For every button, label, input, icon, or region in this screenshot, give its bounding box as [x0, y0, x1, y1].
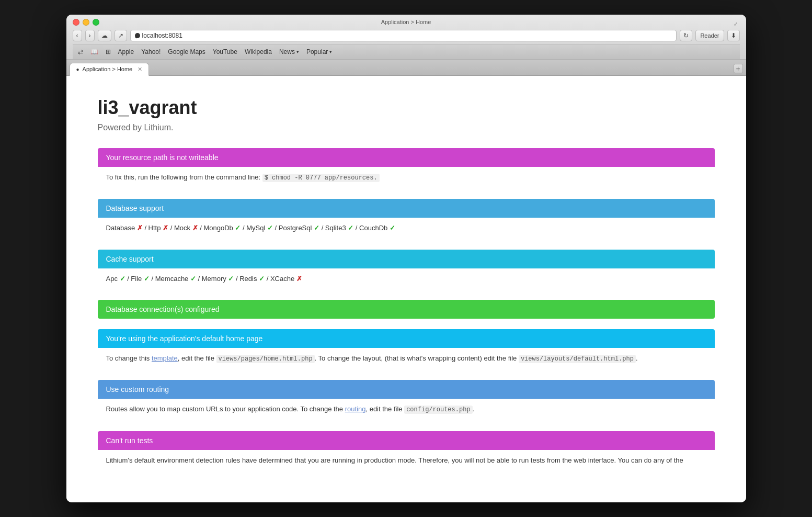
- default-home-header: You're using the application's default h…: [98, 329, 715, 348]
- address-bar[interactable]: ● localhost:8081: [130, 30, 677, 41]
- db-mysql-status: ✓: [267, 224, 273, 232]
- default-home-section: You're using the application's default h…: [98, 329, 715, 369]
- favicon-icon: ●: [135, 33, 140, 38]
- cache-support-section: Cache support Apc ✓ / File ✓ / Memcache …: [98, 250, 715, 290]
- close-button[interactable]: [73, 19, 79, 26]
- database-support-section: Database support Database ✗ / Http ✗ / M…: [98, 199, 715, 239]
- routes-file-code: config/routes.php: [404, 406, 472, 414]
- default-home-body: To change this template, edit the file v…: [98, 348, 715, 369]
- cache-support-header: Cache support: [98, 250, 715, 268]
- db-couchdb-status: ✓: [390, 224, 395, 232]
- cache-apc-status: ✓: [120, 275, 125, 283]
- tab-close[interactable]: ✕: [138, 66, 142, 73]
- refresh-button[interactable]: ↻: [680, 30, 692, 41]
- bookmark-reading-list[interactable]: 📖: [87, 47, 101, 57]
- cache-support-body: Apc ✓ / File ✓ / Memcache ✓ / Memory ✓ /…: [98, 268, 715, 290]
- db-connection-header: Database connection(s) configured: [98, 300, 715, 319]
- tab-favicon: ●: [76, 66, 79, 72]
- window-title: Application > Home: [381, 19, 431, 25]
- maximize-button[interactable]: [93, 19, 99, 26]
- cloud-button[interactable]: ☁: [98, 30, 111, 41]
- browser-window: Application > Home ⤢ ‹ › ☁ ↗ ● localhost…: [66, 15, 746, 503]
- resource-path-code: $ chmod -R 0777 app/resources.: [262, 174, 380, 182]
- cache-memory-status: ✓: [228, 275, 234, 283]
- cache-xcache-status: ✗: [296, 275, 302, 283]
- address-text: localhost:8081: [142, 32, 182, 39]
- bookmarks-bar: ⇄ 📖 ⊞ Apple Yahoo! Google Maps YouTube W…: [73, 44, 740, 59]
- resource-path-section: Your resource path is not writeable To f…: [98, 148, 715, 188]
- cant-run-tests-header: Can't run tests: [98, 431, 715, 450]
- page-subtitle: Powered by Lithium.: [98, 123, 715, 132]
- bookmark-yahoo[interactable]: Yahoo!: [138, 47, 164, 57]
- db-database-status: ✗: [137, 224, 143, 232]
- new-tab-button[interactable]: +: [734, 64, 743, 73]
- forward-button[interactable]: ›: [85, 30, 95, 41]
- bookmark-grid[interactable]: ⊞: [102, 47, 114, 57]
- db-mock-status: ✗: [192, 224, 198, 232]
- layout-file-code: views/layouts/default.html.php: [519, 355, 636, 363]
- bookmark-back-forward[interactable]: ⇄: [75, 47, 86, 57]
- cache-redis-status: ✓: [259, 275, 265, 283]
- bookmark-wikipedia[interactable]: Wikipedia: [242, 47, 275, 57]
- custom-routing-section: Use custom routing Routes allow you to m…: [98, 380, 715, 420]
- database-support-body: Database ✗ / Http ✗ / Mock ✗ / MongoDb ✓…: [98, 218, 715, 239]
- active-tab[interactable]: ● Application > Home ✕: [70, 63, 150, 76]
- resize-handle[interactable]: ⤢: [734, 21, 738, 27]
- minimize-button[interactable]: [83, 19, 89, 26]
- bookmark-youtube[interactable]: YouTube: [210, 47, 241, 57]
- navigation-bar: ‹ › ☁ ↗ ● localhost:8081 ↻ Reader ⬇: [73, 30, 740, 41]
- title-bar: Application > Home ⤢ ‹ › ☁ ↗ ● localhost…: [66, 15, 746, 60]
- bookmark-apple[interactable]: Apple: [115, 47, 138, 57]
- cant-run-tests-section: Can't run tests Lithium's default enviro…: [98, 431, 715, 471]
- tab-label: Application > Home: [83, 66, 133, 72]
- back-button[interactable]: ‹: [73, 30, 82, 41]
- share-button[interactable]: ↗: [115, 30, 127, 41]
- downloads-button[interactable]: ⬇: [727, 30, 740, 41]
- bookmark-popular[interactable]: Popular ▾: [303, 47, 335, 57]
- db-http-status: ✗: [163, 224, 168, 232]
- template-link[interactable]: template: [152, 354, 178, 362]
- cache-memcache-status: ✓: [190, 275, 196, 283]
- bookmark-google-maps[interactable]: Google Maps: [165, 47, 208, 57]
- tab-bar: ● Application > Home ✕ +: [66, 60, 746, 76]
- cant-run-tests-body: Lithium's default environment detection …: [98, 450, 715, 471]
- custom-routing-header: Use custom routing: [98, 380, 715, 399]
- custom-routing-body: Routes allow you to map custom URLs to y…: [98, 399, 715, 420]
- db-postgresql-status: ✓: [314, 224, 319, 232]
- db-mongodb-status: ✓: [235, 224, 241, 232]
- popular-dropdown-arrow: ▾: [329, 49, 332, 54]
- db-sqlite3-status: ✓: [348, 224, 353, 232]
- cache-file-status: ✓: [144, 275, 150, 283]
- page-title: li3_vagrant: [98, 97, 715, 119]
- routing-link[interactable]: routing: [345, 405, 366, 413]
- reader-button[interactable]: Reader: [695, 30, 724, 41]
- resource-path-body: To fix this, run the following from the …: [98, 167, 715, 188]
- news-dropdown-arrow: ▾: [296, 49, 299, 54]
- bookmark-news[interactable]: News ▾: [276, 47, 302, 57]
- db-connection-section: Database connection(s) configured: [98, 300, 715, 319]
- database-support-header: Database support: [98, 199, 715, 218]
- window-buttons: [73, 19, 99, 26]
- template-file-code: views/pages/home.html.php: [216, 355, 315, 363]
- page-content: li3_vagrant Powered by Lithium. Your res…: [66, 76, 746, 503]
- resource-path-header: Your resource path is not writeable: [98, 148, 715, 167]
